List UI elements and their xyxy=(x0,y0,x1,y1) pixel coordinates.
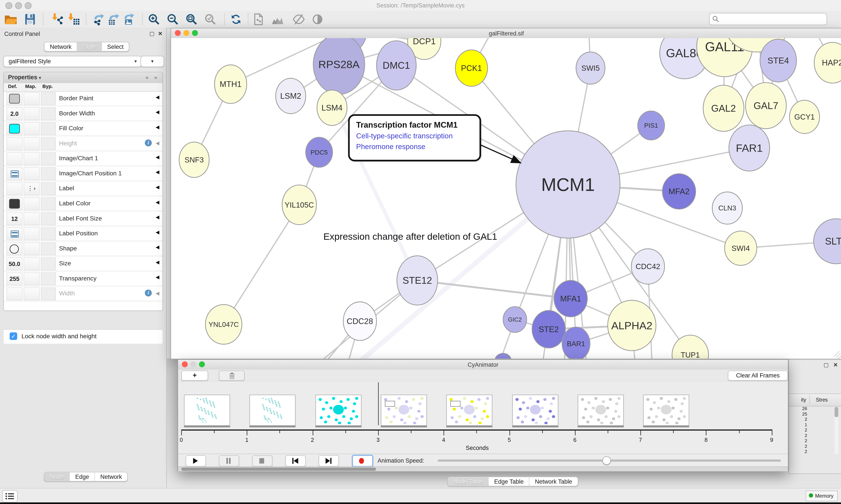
collapse-all-icon[interactable]: » xyxy=(154,74,157,80)
tab-edge-table[interactable]: Edge Table xyxy=(489,477,530,486)
memory-button[interactable]: Memory xyxy=(806,491,838,501)
animation-frame-4[interactable] xyxy=(446,395,493,426)
property-row-border-paint[interactable]: Border Paint◀ xyxy=(4,91,162,106)
slider-knob[interactable] xyxy=(602,456,611,465)
tab-network[interactable]: Network xyxy=(44,42,77,51)
property-row-width[interactable]: Widthi◀ xyxy=(4,286,162,302)
property-row-height[interactable]: Heighti◀ xyxy=(4,136,162,151)
tab-style[interactable]: Style xyxy=(77,42,102,51)
annotation-box[interactable]: Transcription factor MCM1 Cell-type-spec… xyxy=(348,114,481,162)
animation-frame-0[interactable] xyxy=(184,395,230,426)
animation-speed-slider[interactable] xyxy=(437,460,781,462)
expand-row-icon[interactable]: ◀ xyxy=(156,274,159,280)
expand-row-icon[interactable]: ◀ xyxy=(156,199,159,205)
import-table-icon[interactable] xyxy=(67,13,80,26)
animation-frame-3[interactable] xyxy=(381,395,427,426)
zoom-in-icon[interactable] xyxy=(147,13,160,26)
table-cell[interactable]: 2 xyxy=(789,417,807,422)
animation-frame-6[interactable] xyxy=(577,395,624,426)
column-ity[interactable]: ity xyxy=(801,397,806,403)
property-row-label-color[interactable]: Label Color◀ xyxy=(4,196,162,211)
save-session-icon[interactable] xyxy=(24,13,37,26)
network-canvas[interactable]: DCP1RPS28ADMC1PCK1SWI5GAL80GAL11STE4HAP2… xyxy=(171,38,841,359)
annotation-link-2[interactable]: Pheromone response xyxy=(356,143,425,151)
tab-select[interactable]: Select xyxy=(102,42,129,51)
property-row-transparency[interactable]: 255Transparency◀ xyxy=(4,271,162,286)
tab-edge-style[interactable]: Edge xyxy=(70,472,95,481)
import-network-icon[interactable] xyxy=(51,13,64,26)
expand-row-icon[interactable]: ◀ xyxy=(156,245,159,250)
zoom-fit-icon[interactable] xyxy=(185,13,198,26)
tab-node-style[interactable]: Node xyxy=(44,472,70,481)
table-scrollbar[interactable] xyxy=(835,407,838,454)
animation-frame-2[interactable] xyxy=(315,395,361,426)
color-swatch[interactable] xyxy=(9,94,20,104)
mapping-icon[interactable]: ⋮› xyxy=(24,182,40,195)
table-cell[interactable]: 2 xyxy=(789,433,807,438)
zoom-out-icon[interactable] xyxy=(166,13,179,26)
export-table-icon[interactable] xyxy=(107,13,120,26)
lock-size-checkbox[interactable]: ✓ xyxy=(10,332,17,340)
expand-row-icon[interactable]: ◀ xyxy=(156,169,159,175)
record-button[interactable] xyxy=(352,455,373,467)
tab-network-table[interactable]: Network Table xyxy=(530,477,577,486)
table-cell[interactable]: 1 xyxy=(789,422,807,427)
open-session-icon[interactable] xyxy=(4,13,17,26)
expand-row-icon[interactable]: ◀ xyxy=(156,290,159,295)
timeline[interactable]: 0123456789 Seconds xyxy=(178,381,788,454)
property-row-image-chart-position-1[interactable]: Image/Chart Position 1◀ xyxy=(4,166,162,181)
expand-row-icon[interactable]: ◀ xyxy=(156,109,159,115)
property-row-border-width[interactable]: 2.0Border Width◀ xyxy=(4,106,162,121)
style-options-button[interactable]: ▾ xyxy=(141,56,164,67)
expand-row-icon[interactable]: ◀ xyxy=(156,230,159,235)
expand-row-icon[interactable]: ◀ xyxy=(156,215,159,220)
export-network-icon[interactable] xyxy=(92,13,105,26)
network-node-cut-bottom-purple[interactable] xyxy=(495,353,511,359)
property-row-fill-color[interactable]: Fill Color◀ xyxy=(4,121,162,136)
style-selector[interactable]: galFiltered Style ▾ xyxy=(3,56,142,67)
expand-row-icon[interactable]: ◀ xyxy=(156,259,159,265)
property-row-label[interactable]: ⋮›Label◀ xyxy=(4,181,162,196)
network-window-titlebar[interactable]: galFiltered.sif xyxy=(171,29,841,39)
play-button[interactable] xyxy=(185,455,206,466)
search-input[interactable] xyxy=(721,14,824,24)
expand-all-icon[interactable]: « xyxy=(146,74,149,80)
expand-row-icon[interactable]: ◀ xyxy=(156,124,159,130)
annotation-link-1[interactable]: Cell-type-specific transcription xyxy=(356,132,453,140)
property-row-label-font-size[interactable]: 12Label Font Size◀ xyxy=(4,211,162,227)
search-field[interactable] xyxy=(709,13,827,25)
tab-network-style[interactable]: Network xyxy=(95,472,127,481)
export-image-icon[interactable] xyxy=(122,13,135,26)
table-cell[interactable]: 26 xyxy=(789,406,807,411)
animation-frame-7[interactable] xyxy=(643,395,690,426)
add-frame-button[interactable]: + xyxy=(181,371,208,381)
property-row-shape[interactable]: Shape◀ xyxy=(4,241,162,256)
table-cell[interactable]: 2 xyxy=(789,443,807,449)
expand-row-icon[interactable]: ◀ xyxy=(156,94,159,100)
animation-frame-5[interactable] xyxy=(512,395,558,426)
resize-grip-icon[interactable] xyxy=(834,351,841,359)
expand-row-icon[interactable]: ◀ xyxy=(156,154,159,160)
table-cell[interactable]: 2 xyxy=(789,449,807,454)
table-cell[interactable]: 25 xyxy=(789,411,807,416)
timeline-scrollbar[interactable] xyxy=(178,467,788,471)
skip-start-button[interactable] xyxy=(285,455,306,466)
animation-frame-1[interactable] xyxy=(250,395,296,426)
cyanimator-titlebar[interactable]: CyAnimator xyxy=(178,360,788,370)
property-row-size[interactable]: 50.0Size◀ xyxy=(4,256,162,271)
task-history-button[interactable] xyxy=(2,490,18,502)
clear-all-frames-button[interactable]: Clear All Frames xyxy=(728,371,788,381)
color-swatch[interactable] xyxy=(9,124,20,133)
float-panel-icon[interactable]: ▢ xyxy=(149,31,155,37)
column-stress[interactable]: Stres xyxy=(816,397,828,403)
float-table-icon[interactable]: ▢ xyxy=(824,362,829,368)
table-cell[interactable]: 2 xyxy=(789,427,807,433)
expand-row-icon[interactable]: ◀ xyxy=(156,184,159,190)
color-swatch[interactable] xyxy=(9,199,20,209)
property-row-image-chart-1[interactable]: Image/Chart 1◀ xyxy=(4,151,162,166)
property-row-label-position[interactable]: Label Position◀ xyxy=(4,226,162,241)
skip-end-button[interactable] xyxy=(319,455,339,466)
expand-row-icon[interactable]: ◀ xyxy=(156,140,159,145)
timeline-playhead[interactable] xyxy=(378,382,378,425)
table-cell[interactable]: 2 xyxy=(789,438,807,443)
